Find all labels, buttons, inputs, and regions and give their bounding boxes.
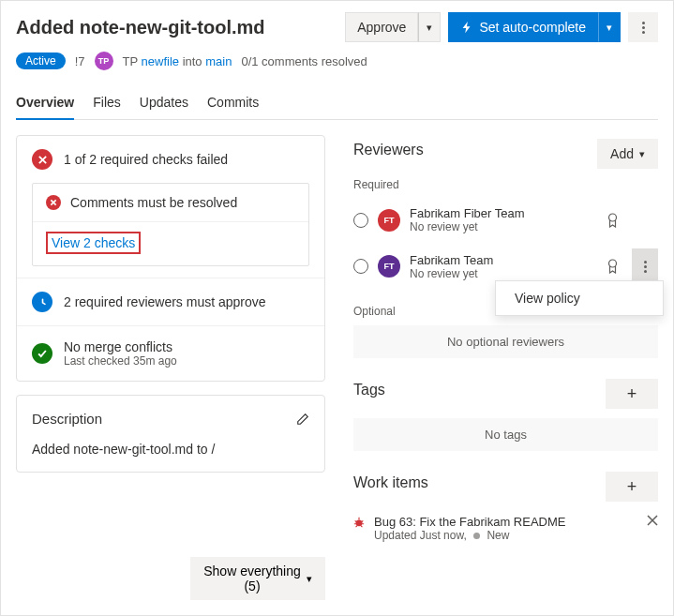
comments-check-msg: Comments must be resolved	[70, 195, 237, 210]
reviewer-popup: View policy	[495, 280, 664, 316]
add-reviewer-button[interactable]: Add ▾	[597, 139, 658, 169]
close-icon	[647, 515, 658, 526]
vote-radio[interactable]	[353, 213, 368, 228]
autocomplete-icon	[460, 21, 473, 34]
bug-icon	[353, 517, 365, 528]
status-badge: Active	[16, 53, 66, 69]
into-text: into	[183, 54, 202, 68]
no-optional-reviewers: No optional reviewers	[353, 325, 658, 358]
vote-radio[interactable]	[353, 259, 368, 274]
policy-icon	[607, 259, 619, 274]
description-title: Description	[32, 411, 102, 427]
tab-overview[interactable]: Overview	[16, 87, 74, 119]
reviewer-avatar: FT	[378, 209, 400, 232]
check-icon	[32, 343, 52, 364]
workitem-row[interactable]: Bug 63: Fix the Fabrikam README Updated …	[353, 511, 658, 546]
fail-icon-small	[46, 195, 61, 210]
add-tag-button[interactable]: +	[606, 379, 658, 409]
reviewer-status: No review yet	[410, 267, 597, 280]
more-icon	[644, 261, 647, 273]
pr-title: Added note-new-git-tool.md	[16, 17, 337, 38]
tab-updates[interactable]: Updates	[140, 87, 188, 119]
merge-msg: No merge conflicts	[64, 339, 177, 354]
approve-button[interactable]: Approve	[345, 12, 418, 42]
workitem-updated: Updated Just now,	[374, 529, 467, 542]
show-everything-button[interactable]: Show everything (5) ▾	[190, 557, 325, 600]
svg-point-2	[609, 214, 617, 221]
clock-icon	[32, 292, 52, 312]
autocomplete-button[interactable]: Set auto-complete	[448, 12, 598, 42]
remove-workitem-button[interactable]	[647, 515, 658, 526]
reviewer-name: Fabrikam Team	[410, 253, 597, 267]
author-name: TP	[123, 54, 138, 68]
reviewer-name: Fabrikam Fiber Team	[410, 206, 597, 220]
autocomplete-dropdown[interactable]: ▾	[598, 12, 621, 42]
workitem-title: Bug 63: Fix the Fabrikam README	[374, 515, 637, 529]
pencil-icon	[296, 413, 309, 426]
required-label: Required	[353, 178, 658, 191]
more-menu[interactable]	[628, 12, 658, 42]
state-dot-icon	[473, 533, 480, 539]
workitems-title: Work items	[353, 474, 428, 491]
merge-sub: Last checked 35m ago	[64, 354, 177, 368]
view-policy-item[interactable]: View policy	[515, 291, 644, 306]
reviewer-avatar: FT	[378, 255, 400, 278]
chevron-down-icon: ▾	[639, 148, 645, 160]
svg-point-4	[356, 519, 363, 526]
chevron-down-icon: ▾	[307, 573, 312, 585]
tags-title: Tags	[353, 382, 385, 398]
reviewers-check-msg: 2 required reviewers must approve	[64, 294, 266, 309]
reviewer-row[interactable]: FT Fabrikam Team No review yet View poli…	[353, 241, 658, 292]
plus-icon: +	[627, 384, 637, 404]
tab-commits[interactable]: Commits	[207, 87, 259, 119]
more-icon	[642, 22, 645, 34]
tab-files[interactable]: Files	[93, 87, 121, 119]
reviewer-status: No review yet	[410, 220, 597, 233]
no-tags: No tags	[353, 418, 658, 451]
author-avatar[interactable]: TP	[95, 52, 113, 70]
svg-point-3	[609, 260, 617, 267]
reviewer-more-button[interactable]	[632, 248, 658, 284]
edit-description-button[interactable]	[296, 413, 309, 426]
chevron-down-icon: ▾	[607, 22, 612, 34]
workitem-state: New	[487, 529, 509, 542]
comments-resolved: 0/1 comments resolved	[241, 54, 367, 68]
chevron-down-icon: ▾	[427, 22, 432, 34]
checks-headline: 1 of 2 required checks failed	[64, 152, 228, 167]
target-branch-link[interactable]: main	[205, 54, 232, 68]
fail-icon	[32, 149, 52, 170]
pr-id: !7	[75, 54, 85, 68]
description-body: Added note-new-git-tool.md to /	[32, 442, 309, 457]
reviewers-title: Reviewers	[353, 142, 424, 158]
policy-icon	[607, 213, 619, 228]
approve-dropdown[interactable]: ▾	[418, 12, 441, 42]
plus-icon: +	[627, 477, 637, 497]
view-checks-link[interactable]: View 2 checks	[52, 235, 135, 250]
reviewer-row[interactable]: FT Fabrikam Fiber Team No review yet	[353, 199, 658, 241]
add-workitem-button[interactable]: +	[606, 472, 658, 502]
source-branch-link[interactable]: newfile	[142, 54, 179, 68]
